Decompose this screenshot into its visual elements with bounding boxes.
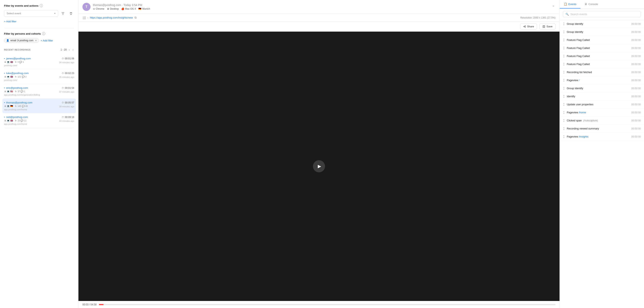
- expand-btn[interactable]: ▲▼: [563, 119, 565, 122]
- rec-row2: 🖥 💻 🇬🇧 🖱 23 💬 11 44 minutes ago: [4, 119, 74, 123]
- event-item[interactable]: ▲▼ Feature Flag Called 00:00:00: [560, 44, 644, 52]
- session-details: thomas@posthog.com · Today 3:54 PM ⊙ Chr…: [93, 4, 150, 10]
- info-icon-cohorts[interactable]: i: [42, 32, 45, 35]
- add-filter-btn[interactable]: + Add filter: [4, 19, 74, 24]
- event-time: 00:00:00: [631, 95, 641, 98]
- prev-page-btn[interactable]: ‹: [68, 48, 70, 52]
- rec-url: posthog.com/: [4, 79, 74, 81]
- event-item[interactable]: ▲▼ Group Identify 00:00:00: [560, 84, 644, 92]
- play-btn[interactable]: [313, 160, 325, 172]
- left-sidebar: Filter by events and actions i Select ev…: [0, 0, 78, 308]
- event-name: Group Identify: [567, 22, 629, 25]
- event-item[interactable]: ▲▼ Recording viewed summary 00:00:00: [560, 125, 644, 133]
- share-btn[interactable]: Share: [520, 24, 537, 29]
- event-time: 00:00:00: [631, 39, 641, 42]
- rec-url: app.posthog.com/organization/billing: [4, 94, 74, 96]
- tab-events[interactable]: 📋 Events: [560, 0, 580, 9]
- url-link[interactable]: https://app.posthog.com/insights/new: [90, 16, 133, 19]
- cohort-tag-label: email ∋ posthog.com: [10, 39, 34, 42]
- expand-btn[interactable]: ▲▼: [563, 54, 565, 58]
- browser-label: Chrome: [96, 8, 104, 10]
- tab-console[interactable]: 🖥 Console: [580, 0, 602, 9]
- video-container[interactable]: [78, 32, 560, 301]
- event-item[interactable]: ▲▼ Feature Flag Called 00:00:00: [560, 36, 644, 44]
- pagination-info: 1 - 20 ‹ ›: [60, 48, 74, 52]
- event-item[interactable]: ▲▼ Pageview / 00:00:00: [560, 76, 644, 84]
- rec-top: james@posthog.com ⏱ 00:01:06: [4, 57, 74, 60]
- rec-duration: ⏱ 00:01:54: [62, 87, 74, 89]
- session-header: T thomas@posthog.com · Today 3:54 PM ⊙ C…: [78, 0, 560, 14]
- divider-1: [4, 28, 74, 28]
- location-label: Munich: [142, 8, 150, 10]
- timeline-progress: [99, 304, 104, 305]
- event-name: Pageview /: [567, 79, 629, 82]
- rec-email: james@posthog.com: [4, 57, 31, 60]
- session-badges: ⊙ Chrome 🖥 Desktop 🍎 Mac OS X 🇩🇪 Munich: [93, 8, 150, 10]
- expand-btn[interactable]: ▲▼: [563, 70, 565, 74]
- recording-item[interactable]: eric@posthog.com ⏱ 00:01:54 🖥 💻 🇺🇸 🖱 37 …: [4, 84, 74, 99]
- rec-icons: 🖥 💻 🇬🇧: [4, 76, 13, 78]
- filter-icon-btn[interactable]: [60, 10, 66, 17]
- expand-btn[interactable]: ▲▼: [563, 78, 565, 82]
- event-name: Group Identify: [567, 30, 629, 34]
- add-cohort-filter-btn[interactable]: + Add filter: [41, 38, 53, 43]
- save-btn[interactable]: Save: [540, 24, 556, 29]
- event-item[interactable]: ▲▼ Identify 00:00:00: [560, 92, 644, 100]
- event-item[interactable]: ▲▼ Feature Flag Called 00:00:00: [560, 52, 644, 60]
- event-item[interactable]: ▲▼ Update user properties 00:00:00: [560, 100, 644, 109]
- filter-cohorts-title: Filter by persons and cohorts i: [4, 32, 74, 35]
- rec-time: 34 minutes ago: [59, 61, 74, 64]
- expand-btn[interactable]: ▲▼: [563, 127, 565, 130]
- event-item[interactable]: ▲▼ Pageview /insights 00:00:00: [560, 133, 644, 141]
- event-name: Recording list fetched: [567, 71, 629, 74]
- collapse-btn[interactable]: ⌃: [551, 4, 556, 10]
- rec-meta: 🖥 💻 🇩🇪 🖱 145 💬 49: [4, 105, 28, 108]
- expand-btn[interactable]: ▲▼: [563, 103, 565, 106]
- rec-top: eric@posthog.com ⏱ 00:01:54: [4, 86, 74, 89]
- recording-item[interactable]: james@posthog.com ⏱ 00:01:06 🖥 💻 🇬🇧 🖱 0 …: [4, 55, 74, 69]
- delete-filter-btn[interactable]: [68, 10, 74, 17]
- expand-btn[interactable]: ▲▼: [563, 46, 565, 50]
- copy-icon[interactable]: ⧉: [134, 16, 136, 19]
- recording-item-active[interactable]: thomas@posthog.com ⏱ 00:05:57 🖥 💻 🇩🇪 🖱 1…: [2, 99, 76, 113]
- recording-item[interactable]: neil@posthog.com ⏱ 00:09:18 🖥 💻 🇬🇧 🖱 23 …: [4, 113, 74, 128]
- url-bar: ⬜ · https://app.posthog.com/insights/new…: [78, 14, 560, 22]
- event-item[interactable]: ▲▼ Clicked span (Autocapture) 00:00:00: [560, 117, 644, 125]
- right-tabs: 📋 Events 🖥 Console: [560, 0, 644, 9]
- session-info: T thomas@posthog.com · Today 3:54 PM ⊙ C…: [82, 3, 150, 11]
- rec-counts: 🖱 37 💬 1: [15, 90, 25, 93]
- rec-url: posthog.com/: [4, 64, 74, 67]
- event-name: Pageview /insights: [567, 135, 629, 138]
- event-item[interactable]: ▲▼ Pageview /home 00:00:00: [560, 109, 644, 117]
- save-label: Save: [546, 25, 552, 28]
- rec-icons: 🖥 💻 🇺🇸: [4, 90, 13, 93]
- next-page-btn[interactable]: ›: [72, 48, 74, 52]
- expand-btn[interactable]: ▲▼: [563, 135, 565, 139]
- add-cohort-label: + Add filter: [41, 39, 53, 42]
- event-item[interactable]: ▲▼ Group Identify 00:00:00: [560, 28, 644, 36]
- rec-icons: 🖥 💻 🇬🇧: [4, 61, 13, 63]
- expand-btn[interactable]: ▲▼: [563, 86, 565, 90]
- event-item[interactable]: ▲▼ Feature Flag Called 00:00:00: [560, 60, 644, 68]
- rec-meta: 🖥 💻 🇺🇸 🖱 37 💬 1: [4, 90, 25, 93]
- expand-btn[interactable]: ▲▼: [563, 94, 565, 98]
- search-input[interactable]: [570, 13, 638, 16]
- rec-email: thomas@posthog.com: [4, 101, 32, 104]
- expand-btn[interactable]: ▲▼: [563, 30, 565, 34]
- recording-item[interactable]: luke@posthog.com ⏱ 00:02:23 🖥 💻 🇬🇧 🖱 121…: [4, 69, 74, 84]
- info-icon-events[interactable]: i: [40, 4, 43, 7]
- event-item[interactable]: ▲▼ Group Identify 00:00:00: [560, 20, 644, 28]
- select-event-dropdown[interactable]: Select event ▾: [4, 10, 58, 17]
- event-item[interactable]: ▲▼ Recording list fetched 00:00:00: [560, 68, 644, 76]
- chevron-down-icon: ▾: [54, 12, 56, 15]
- expand-btn[interactable]: ▲▼: [563, 38, 565, 42]
- resolution: Resolution: 2560 x 1361 (27.5%): [520, 16, 556, 19]
- cohort-tag-close[interactable]: ✕: [35, 39, 37, 42]
- expand-btn[interactable]: ▲▼: [563, 62, 565, 66]
- url-left: ⬜ · https://app.posthog.com/insights/new…: [82, 16, 136, 19]
- timeline-track[interactable]: [99, 304, 556, 305]
- event-name: Update user properties: [567, 103, 629, 106]
- expand-btn[interactable]: ▲▼: [563, 111, 565, 114]
- expand-btn[interactable]: ▲▼: [563, 22, 565, 26]
- rec-meta: 🖥 💻 🇬🇧 🖱 23 💬 11: [4, 119, 26, 122]
